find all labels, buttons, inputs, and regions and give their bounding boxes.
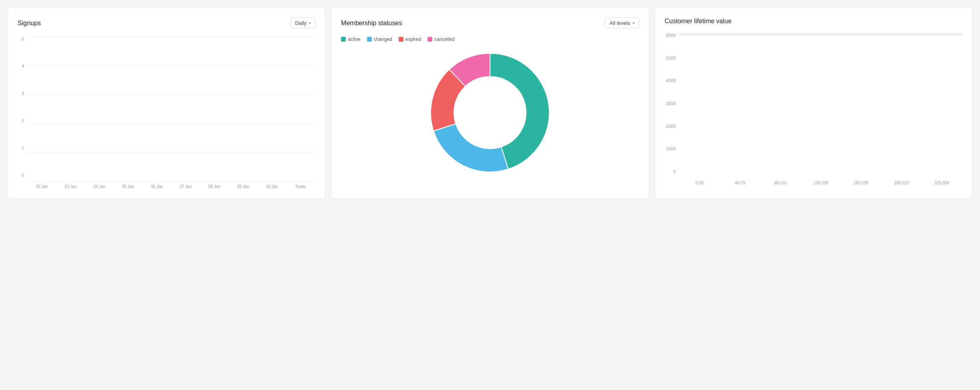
signups-y-axis: 543210: [18, 36, 27, 189]
chevron-down-icon: ▾: [309, 21, 311, 25]
legend-color-dot: [427, 37, 432, 42]
signups-x-labels: 02 Jan03 Jan04 Jan05 Jan06 Jan07 Jan08 J…: [27, 182, 315, 189]
x-axis-label: 02 Jan: [29, 184, 55, 189]
y-axis-label: 6000: [666, 33, 676, 38]
x-axis-label: 08 Jan: [201, 184, 228, 189]
y-axis-label: 1000: [666, 146, 676, 151]
legend-item: expired: [399, 36, 421, 42]
dashboard: Signups Daily ▾ 543210 02 Jan03 Jan04 Ja…: [8, 8, 972, 198]
clv-grid: [679, 33, 962, 178]
membership-dropdown-label: All levels: [609, 20, 630, 26]
y-axis-label: 0: [22, 173, 24, 178]
y-axis-label: 3000: [666, 101, 676, 106]
signups-title: Signups: [18, 20, 41, 27]
signups-card: Signups Daily ▾ 543210 02 Jan03 Jan04 Ja…: [8, 8, 325, 198]
x-axis-label: 03 Jan: [58, 184, 84, 189]
legend-color-dot: [367, 37, 372, 42]
clv-x-labels: 0-3940-7980-119120-159160-199280-319320-…: [679, 178, 962, 185]
clv-card: Customer lifetime value 6000500040003000…: [655, 8, 972, 198]
x-axis-label: 0-39: [681, 181, 719, 185]
x-axis-label: 40-79: [721, 181, 759, 185]
x-axis-label: 160-199: [842, 181, 880, 185]
y-axis-label: 1: [22, 145, 24, 150]
clv-chart: 6000500040003000200010000 0-3940-7980-11…: [665, 33, 962, 185]
legend-item: active: [341, 36, 360, 42]
x-axis-label: 280-319: [882, 181, 920, 185]
x-axis-label: 06 Jan: [144, 184, 170, 189]
x-axis-label: 09 Jan: [230, 184, 256, 189]
donut-svg: [426, 48, 554, 177]
membership-card: Membership statuses All levels ▾ activec…: [331, 8, 648, 198]
x-axis-label: 04 Jan: [86, 184, 113, 189]
x-axis-label: 07 Jan: [173, 184, 199, 189]
membership-header: Membership statuses All levels ▾: [341, 18, 639, 28]
x-axis-label: 80-119: [761, 181, 799, 185]
clv-title: Customer lifetime value: [665, 18, 732, 25]
signups-dropdown[interactable]: Daily ▾: [290, 18, 315, 28]
legend-item: cancelled: [427, 36, 455, 42]
clv-header: Customer lifetime value: [665, 18, 962, 25]
y-axis-label: 5000: [666, 56, 676, 61]
membership-dropdown[interactable]: All levels ▾: [605, 18, 639, 28]
x-axis-label: Today: [288, 184, 314, 189]
y-axis-label: 2: [22, 118, 24, 123]
svg-point-0: [454, 77, 526, 149]
clv-bars-area: 0-3940-7980-119120-159160-199280-319320-…: [679, 33, 962, 185]
chevron-down-icon: ▾: [633, 21, 635, 25]
signups-dropdown-label: Daily: [295, 20, 307, 26]
legend-color-dot: [341, 37, 346, 42]
donut-legend: activechangedexpiredcancelled: [341, 36, 454, 42]
x-axis-label: 320-359: [923, 181, 961, 185]
signups-grid: [27, 36, 315, 182]
x-axis-label: 10 Jan: [259, 184, 285, 189]
y-axis-label: 3: [22, 91, 24, 96]
y-axis-label: 4000: [666, 78, 676, 83]
donut-section: activechangedexpiredcancelled: [341, 36, 639, 177]
x-axis-label: 05 Jan: [115, 184, 141, 189]
legend-label: expired: [405, 36, 421, 42]
signups-header: Signups Daily ▾: [18, 18, 315, 28]
x-axis-label: 120-159: [802, 181, 840, 185]
legend-label: active: [348, 36, 360, 42]
legend-item: changed: [367, 36, 392, 42]
legend-color-dot: [399, 37, 403, 42]
legend-label: changed: [374, 36, 392, 42]
membership-title: Membership statuses: [341, 20, 402, 27]
donut-chart: [426, 48, 554, 177]
y-axis-label: 4: [22, 64, 24, 69]
legend-label: cancelled: [434, 36, 455, 42]
y-axis-label: 5: [22, 36, 24, 41]
y-axis-label: 2000: [666, 124, 676, 129]
y-axis-label: 0: [673, 169, 676, 174]
signups-bars-area: 02 Jan03 Jan04 Jan05 Jan06 Jan07 Jan08 J…: [27, 36, 315, 189]
signups-chart: 543210 02 Jan03 Jan04 Jan05 Jan06 Jan07 …: [18, 36, 315, 189]
clv-y-axis: 6000500040003000200010000: [665, 33, 679, 185]
